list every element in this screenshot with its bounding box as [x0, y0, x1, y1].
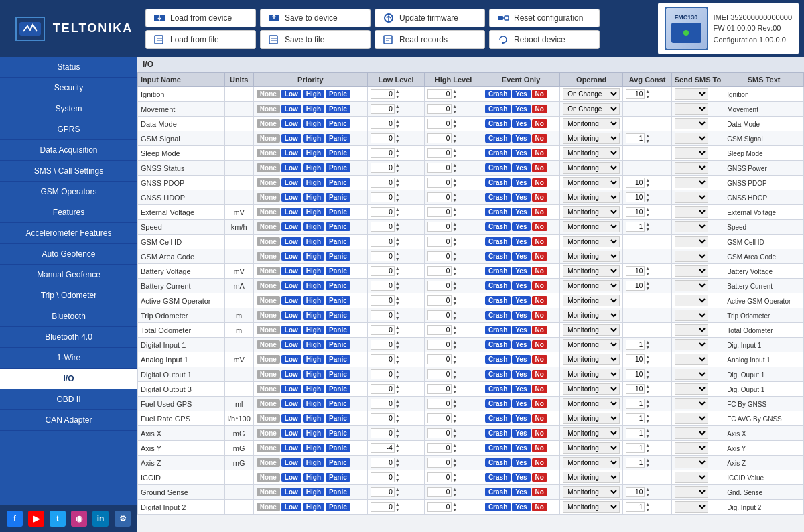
- ev-yes-btn[interactable]: Yes: [512, 385, 530, 393]
- low-up-arrow[interactable]: ▲: [395, 222, 400, 227]
- avg-down-arrow[interactable]: ▼: [645, 375, 650, 380]
- sidebar-item-trip-odometer[interactable]: Trip \ Odometer: [0, 285, 137, 306]
- send-sms-select[interactable]: Admin: [675, 147, 708, 159]
- low-level-input[interactable]: [371, 251, 395, 261]
- high-level-input[interactable]: [427, 192, 452, 202]
- high-down-arrow[interactable]: ▼: [452, 301, 457, 306]
- send-sms-select[interactable]: Admin: [675, 472, 708, 483]
- low-down-arrow[interactable]: ▼: [395, 168, 400, 174]
- pri-high-btn[interactable]: High: [303, 385, 324, 393]
- pri-low-btn[interactable]: Low: [281, 281, 302, 290]
- low-level-input[interactable]: [371, 207, 395, 217]
- low-up-arrow[interactable]: ▲: [395, 192, 400, 198]
- low-down-arrow[interactable]: ▼: [395, 419, 400, 424]
- operand-select[interactable]: On Change Monitoring Hysteresis Average: [563, 206, 620, 218]
- sidebar-item-security[interactable]: Security: [0, 78, 137, 98]
- avg-up-arrow[interactable]: ▲: [645, 266, 650, 271]
- ev-no-btn[interactable]: No: [532, 473, 547, 482]
- pri-high-btn[interactable]: High: [303, 355, 324, 364]
- pri-panic-btn[interactable]: Panic: [326, 90, 350, 98]
- pri-panic-btn[interactable]: Panic: [326, 222, 350, 231]
- low-up-arrow[interactable]: ▲: [395, 443, 400, 448]
- operand-select[interactable]: On Change Monitoring Hysteresis Average: [563, 147, 620, 159]
- low-level-input[interactable]: [371, 237, 395, 247]
- pri-high-btn[interactable]: High: [303, 237, 324, 246]
- ev-yes-btn[interactable]: Yes: [512, 252, 530, 261]
- pri-low-btn[interactable]: Low: [281, 340, 302, 349]
- ev-no-btn[interactable]: No: [532, 222, 547, 231]
- pri-high-btn[interactable]: High: [303, 340, 324, 349]
- avg-up-arrow[interactable]: ▲: [645, 413, 650, 419]
- ev-crash-btn[interactable]: Crash: [485, 296, 511, 305]
- ev-crash-btn[interactable]: Crash: [485, 208, 511, 216]
- high-level-input[interactable]: [427, 428, 452, 438]
- high-level-input[interactable]: [427, 178, 452, 188]
- ev-yes-btn[interactable]: Yes: [512, 267, 530, 275]
- high-level-input[interactable]: [427, 295, 452, 306]
- send-sms-select[interactable]: Admin: [675, 280, 708, 291]
- pri-panic-btn[interactable]: Panic: [326, 429, 350, 438]
- pri-high-btn[interactable]: High: [303, 119, 324, 128]
- avg-up-arrow[interactable]: ▲: [645, 399, 650, 404]
- ev-yes-btn[interactable]: Yes: [512, 503, 530, 511]
- avg-const-input[interactable]: [626, 413, 645, 423]
- save-to-file-button[interactable]: Save to file: [260, 30, 371, 49]
- send-sms-select[interactable]: Admin: [675, 133, 708, 144]
- avg-up-arrow[interactable]: ▲: [645, 178, 650, 183]
- send-sms-select[interactable]: Admin: [675, 324, 708, 336]
- pri-panic-btn[interactable]: Panic: [326, 444, 350, 452]
- low-up-arrow[interactable]: ▲: [395, 369, 400, 375]
- operand-select[interactable]: On Change Monitoring Hysteresis Average: [563, 295, 620, 306]
- ev-no-btn[interactable]: No: [532, 193, 547, 202]
- high-down-arrow[interactable]: ▼: [452, 507, 457, 513]
- send-sms-select[interactable]: Admin: [675, 310, 708, 321]
- pri-panic-btn[interactable]: Panic: [326, 281, 350, 290]
- ev-crash-btn[interactable]: Crash: [485, 149, 511, 157]
- pri-high-btn[interactable]: High: [303, 134, 324, 143]
- send-sms-select[interactable]: Admin: [675, 486, 708, 498]
- ev-no-btn[interactable]: No: [532, 444, 547, 452]
- high-level-input[interactable]: [427, 222, 452, 232]
- operand-select[interactable]: On Change Monitoring Hysteresis Average: [563, 398, 620, 409]
- pri-none-btn[interactable]: None: [257, 296, 280, 305]
- operand-select[interactable]: On Change Monitoring Hysteresis Average: [563, 369, 620, 380]
- pri-panic-btn[interactable]: Panic: [326, 488, 350, 496]
- low-level-input[interactable]: [371, 163, 395, 173]
- high-up-arrow[interactable]: ▲: [452, 443, 457, 448]
- high-level-input[interactable]: [427, 413, 452, 423]
- ev-yes-btn[interactable]: Yes: [512, 340, 530, 349]
- pri-none-btn[interactable]: None: [257, 326, 280, 334]
- avg-down-arrow[interactable]: ▼: [645, 212, 650, 218]
- high-down-arrow[interactable]: ▼: [452, 404, 457, 409]
- ev-crash-btn[interactable]: Crash: [485, 340, 511, 349]
- avg-const-input[interactable]: [626, 458, 645, 468]
- high-up-arrow[interactable]: ▲: [452, 104, 457, 109]
- low-level-input[interactable]: [371, 458, 395, 468]
- avg-down-arrow[interactable]: ▼: [645, 419, 650, 424]
- ev-crash-btn[interactable]: Crash: [485, 399, 511, 408]
- high-down-arrow[interactable]: ▼: [452, 492, 457, 498]
- ev-crash-btn[interactable]: Crash: [485, 385, 511, 393]
- ev-crash-btn[interactable]: Crash: [485, 119, 511, 128]
- pri-low-btn[interactable]: Low: [281, 355, 302, 364]
- pri-low-btn[interactable]: Low: [281, 208, 302, 216]
- low-down-arrow[interactable]: ▼: [395, 492, 400, 498]
- low-down-arrow[interactable]: ▼: [395, 212, 400, 218]
- pri-high-btn[interactable]: High: [303, 163, 324, 172]
- operand-select[interactable]: On Change Monitoring Hysteresis Average: [563, 442, 620, 454]
- ev-no-btn[interactable]: No: [532, 429, 547, 438]
- sidebar-item-system[interactable]: System: [0, 98, 137, 119]
- pri-high-btn[interactable]: High: [303, 178, 324, 187]
- ev-crash-btn[interactable]: Crash: [485, 473, 511, 482]
- operand-select[interactable]: On Change Monitoring Hysteresis Average: [563, 103, 620, 115]
- pri-none-btn[interactable]: None: [257, 237, 280, 246]
- operand-select[interactable]: On Change Monitoring Hysteresis Average: [563, 265, 620, 277]
- ev-no-btn[interactable]: No: [532, 326, 547, 334]
- high-up-arrow[interactable]: ▲: [452, 428, 457, 434]
- send-sms-select[interactable]: Admin: [675, 192, 708, 203]
- ev-yes-btn[interactable]: Yes: [512, 326, 530, 334]
- high-level-input[interactable]: [427, 325, 452, 335]
- low-up-arrow[interactable]: ▲: [395, 251, 400, 257]
- pri-low-btn[interactable]: Low: [281, 237, 302, 246]
- pri-none-btn[interactable]: None: [257, 355, 280, 364]
